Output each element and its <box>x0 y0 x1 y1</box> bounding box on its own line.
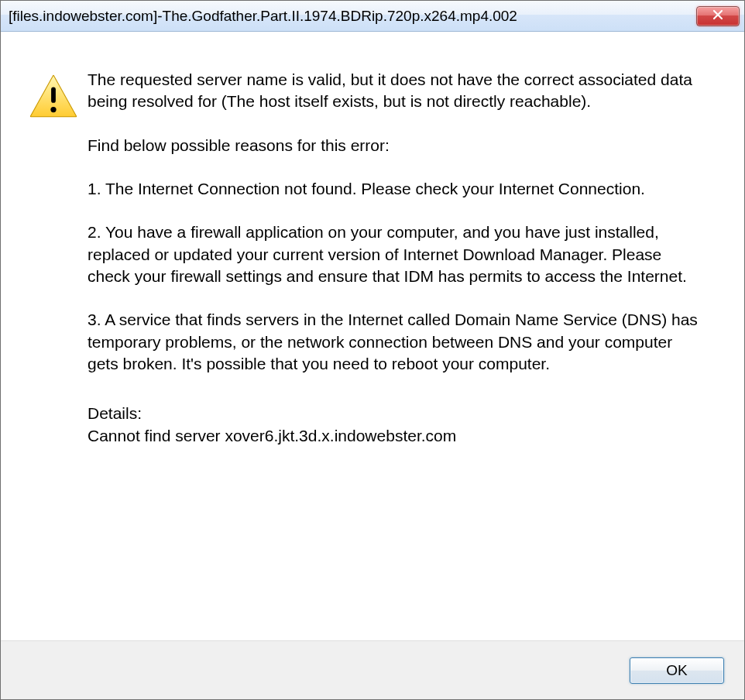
ok-button-label: OK <box>666 662 687 679</box>
titlebar: [files.indowebster.com]-The.Godfather.Pa… <box>1 1 744 32</box>
details-label: Details: <box>88 403 701 424</box>
reason-1: 1. The Internet Connection not found. Pl… <box>88 178 701 200</box>
button-area: OK <box>1 640 744 699</box>
message-text: The requested server name is valid, but … <box>78 69 716 625</box>
svg-rect-0 <box>51 87 56 102</box>
content-area: The requested server name is valid, but … <box>1 32 744 640</box>
close-button[interactable] <box>696 6 740 26</box>
warning-icon <box>29 108 78 121</box>
details-section: Details: Cannot find server xover6.jkt.3… <box>88 403 701 447</box>
details-text: Cannot find server xover6.jkt.3d.x.indow… <box>88 425 701 447</box>
icon-column <box>29 69 78 625</box>
reason-2: 2. You have a firewall application on yo… <box>88 221 701 287</box>
reasons-header: Find below possible reasons for this err… <box>88 135 701 156</box>
reason-3: 3. A service that finds servers in the I… <box>88 309 701 375</box>
window-title: [files.indowebster.com]-The.Godfather.Pa… <box>9 8 517 25</box>
svg-point-1 <box>50 107 56 112</box>
ok-button[interactable]: OK <box>630 657 724 684</box>
error-dialog: [files.indowebster.com]-The.Godfather.Pa… <box>0 0 745 700</box>
intro-text: The requested server name is valid, but … <box>88 69 701 113</box>
close-icon <box>712 9 723 23</box>
